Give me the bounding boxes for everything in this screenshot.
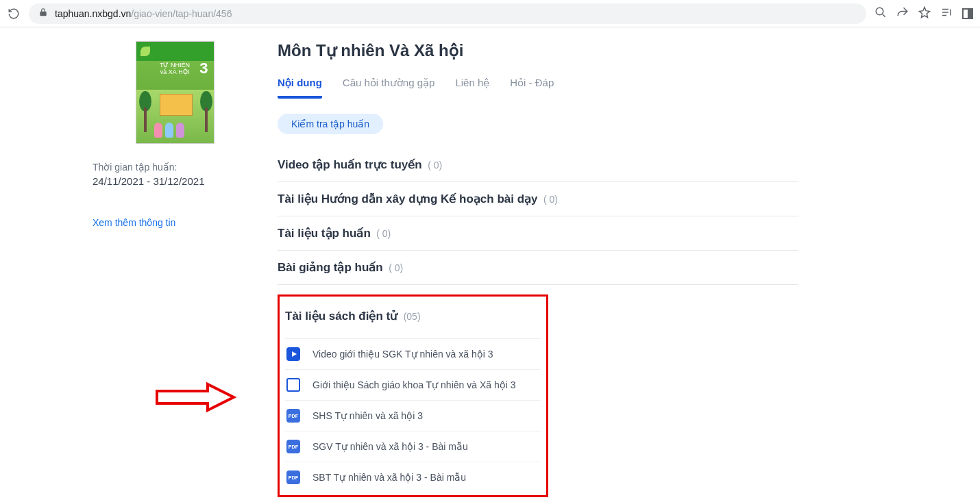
section-count: ( 0) [428, 160, 442, 171]
star-icon[interactable] [918, 6, 931, 21]
section-count: (05) [404, 311, 421, 322]
resource-label: Video giới thiệu SGK Tự nhiên và xã hội … [313, 349, 493, 360]
section-ebook[interactable]: Tài liệu sách điện tử (05) [285, 302, 541, 333]
exam-chip[interactable]: Kiểm tra tập huấn [278, 114, 383, 134]
resource-label: SBT Tự nhiên và xã hội 3 - Bài mẫu [313, 472, 466, 483]
section-title: Tài liệu Hướng dẫn xây dựng Kế hoạch bài… [278, 192, 538, 205]
book-title-line2: và XÃ HỘI [160, 69, 190, 76]
resource-item[interactable]: PDF SHS Tự nhiên và xã hội 3 [285, 400, 541, 431]
training-time-value: 24/11/2021 - 31/12/2021 [93, 175, 257, 187]
url-path: /giao-vien/tap-huan/456 [131, 8, 232, 19]
section-title: Bài giảng tập huấn [278, 261, 383, 274]
pdf-icon: PDF [286, 470, 300, 484]
resource-label: SGV Tự nhiên và xã hội 3 - Bài mẫu [313, 441, 468, 452]
section-count: ( 0) [376, 228, 391, 239]
section-guide[interactable]: Tài liệu Hướng dẫn xây dựng Kế hoạch bài… [278, 182, 798, 216]
address-bar[interactable]: taphuan.nxbgd.vn/giao-vien/tap-huan/456 [29, 3, 866, 24]
section-docs[interactable]: Tài liệu tập huấn ( 0) [278, 216, 798, 251]
main: Môn Tự nhiên Và Xã hội Nội dung Câu hỏi … [278, 41, 798, 497]
page-title: Môn Tự nhiên Và Xã hội [278, 41, 798, 60]
tab-faq[interactable]: Câu hỏi thường gặp [343, 77, 435, 99]
slide-icon [286, 378, 300, 392]
panel-icon[interactable] [962, 8, 973, 19]
section-title: Video tập huấn trực tuyến [278, 158, 422, 171]
tabs: Nội dung Câu hỏi thường gặp Liên hệ Hỏi … [278, 77, 798, 99]
resource-item[interactable]: PDF SBT Tự nhiên và xã hội 3 - Bài mẫu [285, 462, 541, 492]
section-lecture[interactable]: Bài giảng tập huấn ( 0) [278, 251, 798, 285]
pdf-icon: PDF [286, 440, 300, 453]
url-text: taphuan.nxbgd.vn/giao-vien/tap-huan/456 [55, 8, 232, 19]
more-info-link[interactable]: Xem thêm thông tin [93, 217, 257, 228]
book-cover: TỰ NHIÊN và XÃ HỘI 3 [136, 41, 215, 144]
reload-icon[interactable] [7, 7, 21, 21]
section-count: ( 0) [543, 194, 558, 205]
section-title: Tài liệu tập huấn [278, 227, 371, 240]
page-content: TỰ NHIÊN và XÃ HỘI 3 Thời gian tập huấn:… [79, 41, 901, 497]
section-title: Tài liệu sách điện tử [285, 310, 397, 323]
browser-actions [874, 6, 973, 21]
resource-item[interactable]: PDF SGV Tự nhiên và xã hội 3 - Bài mẫu [285, 431, 541, 462]
resource-label: SHS Tự nhiên và xã hội 3 [313, 410, 423, 421]
ebook-highlight-box: Tài liệu sách điện tử (05) Video giới th… [278, 294, 548, 497]
resource-label: Giới thiệu Sách giáo khoa Tự nhiên và Xã… [313, 379, 515, 390]
share-icon[interactable] [896, 6, 909, 21]
reading-list-icon[interactable] [940, 6, 953, 21]
zoom-icon[interactable] [874, 6, 887, 21]
leaf-icon [140, 47, 150, 56]
tab-qa[interactable]: Hỏi - Đáp [510, 77, 554, 99]
svg-point-0 [876, 8, 883, 15]
pdf-icon: PDF [286, 409, 300, 423]
play-icon [286, 347, 300, 361]
resource-item[interactable]: Video giới thiệu SGK Tự nhiên và xã hội … [285, 338, 541, 369]
browser-toolbar: taphuan.nxbgd.vn/giao-vien/tap-huan/456 [0, 0, 980, 27]
url-host: taphuan.nxbgd.vn [55, 8, 131, 19]
lock-icon [38, 8, 48, 19]
tab-contact[interactable]: Liên hệ [455, 77, 489, 99]
training-time-label: Thời gian tập huấn: [93, 162, 257, 173]
section-count: ( 0) [389, 262, 403, 273]
section-video[interactable]: Video tập huấn trực tuyến ( 0) [278, 148, 798, 182]
resource-item[interactable]: Giới thiệu Sách giáo khoa Tự nhiên và Xã… [285, 369, 541, 400]
book-title: TỰ NHIÊN và XÃ HỘI [160, 62, 190, 76]
resource-list: Video giới thiệu SGK Tự nhiên và xã hội … [285, 338, 541, 492]
book-grade: 3 [199, 60, 208, 77]
sidebar: TỰ NHIÊN và XÃ HỘI 3 Thời gian tập huấn:… [93, 41, 257, 497]
tab-content[interactable]: Nội dung [278, 77, 322, 99]
